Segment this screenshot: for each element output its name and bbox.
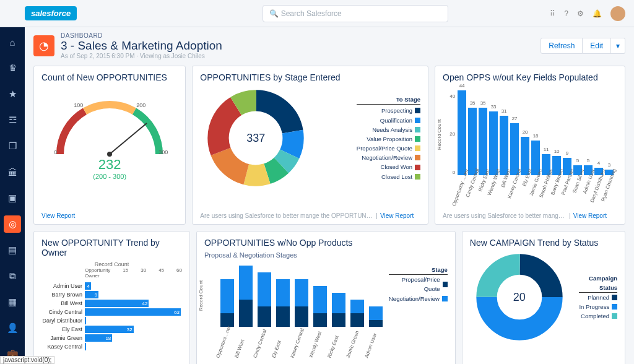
refresh-button[interactable]: Refresh xyxy=(541,38,583,54)
bar: 44 xyxy=(458,90,466,175)
card-new-opportunities: Count of New OPPORTUNITIES 0 100 200 300 xyxy=(33,66,186,225)
legend-item: Needs Analysis xyxy=(357,125,420,134)
hbar-row: Ely East32 xyxy=(41,326,182,333)
card-campaign-trend: New CAMPAIGN Trend by Status 20 Campaign… xyxy=(462,231,625,364)
gauge-tick: 100 xyxy=(74,102,83,108)
gauge-tick: 300 xyxy=(158,149,168,155)
search-placeholder: Search Salesforce xyxy=(281,9,342,18)
x-axis-label: Record Count xyxy=(41,261,182,267)
app-launcher-icon[interactable]: ⠿ xyxy=(550,9,555,18)
stacked-bar xyxy=(369,306,383,327)
nav-home-icon[interactable]: ⌂ xyxy=(4,33,21,51)
bar: 33 xyxy=(489,111,498,175)
nav-feed-icon[interactable]: ⧉ xyxy=(4,267,21,285)
nav-calendar-icon[interactable]: ▦ xyxy=(4,293,21,311)
svg-point-1 xyxy=(107,152,112,157)
stacked-bar xyxy=(220,279,234,327)
help-icon[interactable]: ? xyxy=(564,9,568,18)
hbar-row: Kasey Central xyxy=(41,343,182,350)
hbar-row: Cindy Central63 xyxy=(41,308,182,316)
bar-chart: Record Count 0 20 40 4435353331272018111… xyxy=(443,89,617,175)
view-report-link[interactable]: View Report xyxy=(41,212,75,219)
user-avatar[interactable] xyxy=(610,6,625,21)
legend-title: Campaign Status xyxy=(579,274,617,293)
card-footer-text: Are users using Salesforce to better man… xyxy=(200,212,373,219)
nav-files-icon[interactable]: ❐ xyxy=(4,137,21,155)
legend-item: Completed xyxy=(579,311,617,321)
page-title: 3 - Sales & Marketing Adoption xyxy=(61,39,222,53)
nav-user-icon[interactable]: 👤 xyxy=(4,319,21,337)
card-no-opp-products: OPPORTUNITIES w/No Opp Products Proposal… xyxy=(196,231,456,364)
bar: 35 xyxy=(468,108,477,175)
notifications-bell-icon[interactable]: 🔔 xyxy=(593,9,602,18)
stacked-bar xyxy=(350,300,364,327)
legend-item: Closed Won xyxy=(357,162,420,171)
hbar-row: Barry Brown9 xyxy=(41,291,182,298)
stacked-bar-chart: Record Count Opportuni…nerBill WestCindy… xyxy=(204,259,383,327)
donut-center: 20 xyxy=(513,291,526,304)
nav-report-icon[interactable]: ▤ xyxy=(4,241,21,259)
legend-title: To Stage xyxy=(357,95,420,105)
svg-line-0 xyxy=(110,123,147,154)
stacked-bar xyxy=(239,266,253,327)
header-eyebrow: DASHBOARD xyxy=(61,32,222,39)
view-report-link[interactable]: View Report xyxy=(573,212,607,219)
search-icon: 🔍 xyxy=(269,9,279,18)
card-stage-entered: OPPORTUNITIES by Stage Entered 337 xyxy=(192,66,428,225)
dashboard-gauge-icon: ◔ xyxy=(33,35,54,56)
header-meta: As of Sep 2, 2015 6:30 PM · Viewing as J… xyxy=(61,53,222,59)
nav-dashboard-icon[interactable]: ◎ xyxy=(4,215,21,233)
gauge-range: (200 - 300) xyxy=(41,173,178,180)
bar: 35 xyxy=(479,108,487,175)
search-input[interactable]: 🔍 Search Salesforce xyxy=(263,5,448,22)
stacked-bar xyxy=(313,286,327,327)
legend-item: Value Proposition xyxy=(357,134,420,144)
donut-chart: 337 xyxy=(206,89,305,188)
more-menu-button[interactable]: ▾ xyxy=(611,38,625,54)
stacked-bar xyxy=(258,272,271,327)
card-footer-text: Are users using Salesforce to better man… xyxy=(443,212,567,219)
card-subtitle: Proposal & Negotiation Stages xyxy=(204,251,448,259)
card-title: New OPPORTUNITY Trend by Owner xyxy=(41,238,182,258)
bar: 27 xyxy=(510,123,519,175)
nav-contact-icon[interactable]: ▣ xyxy=(4,189,21,207)
nav-list-icon[interactable]: ☲ xyxy=(4,111,21,129)
nav-star-icon[interactable]: ★ xyxy=(4,85,21,103)
legend-item: Qualification xyxy=(357,116,420,125)
legend-item: Planned xyxy=(579,293,617,302)
legend-item: In Progress xyxy=(579,302,617,311)
legend-item: Prospecting xyxy=(357,106,420,115)
legend-title: Stage xyxy=(389,265,448,275)
view-report-link[interactable]: View Report xyxy=(380,212,414,219)
status-bar: javascript:void(0); xyxy=(0,356,54,364)
gauge-tick: 200 xyxy=(136,102,145,108)
legend-item: Closed Lost xyxy=(357,172,420,181)
legend-item: Negotiation/Review xyxy=(357,153,420,162)
card-title: Count of New OPPORTUNITIES xyxy=(41,72,178,82)
legend-item: Proposal/Price Quote xyxy=(357,144,420,153)
stacked-bar xyxy=(332,293,345,327)
legend-label: Opportunity Owner xyxy=(85,267,110,279)
left-nav: ⌂ ♛ ★ ☲ ❐ 🏛 ▣ ◎ ▤ ⧉ ▦ 👤 💼 xyxy=(0,27,25,364)
gauge-chart: 0 100 200 300 xyxy=(48,92,172,154)
card-title: OPPORTUNITIES by Stage Entered xyxy=(200,72,420,82)
donut-center: 337 xyxy=(246,132,265,145)
nav-crown-icon[interactable]: ♛ xyxy=(4,59,21,77)
card-trend-owner: New OPPORTUNITY Trend by Owner Record Co… xyxy=(33,231,190,364)
hbar-row: Daryl Distributor0 xyxy=(41,317,182,324)
setup-gear-icon[interactable]: ⚙ xyxy=(577,9,584,18)
legend-item: Proposal/Price Quote xyxy=(389,275,448,293)
y-axis-label: Record Count xyxy=(436,119,442,150)
hbar-row: Bill West42 xyxy=(41,300,182,307)
hbar-row: Jamie Green18 xyxy=(41,334,182,342)
hbar-row: Admin User4 xyxy=(41,282,182,290)
gauge-tick: 0 xyxy=(54,149,57,155)
nav-building-icon[interactable]: 🏛 xyxy=(4,163,21,181)
card-title: Open OPPS w/out Key Fields Populated xyxy=(443,72,617,82)
salesforce-logo[interactable]: salesforce xyxy=(25,6,77,20)
y-axis-label: Record Count xyxy=(198,280,204,311)
stacked-bar xyxy=(276,279,290,327)
edit-button[interactable]: Edit xyxy=(583,38,611,54)
legend-item: Negotiation/Review xyxy=(389,294,448,303)
donut-chart: 20 xyxy=(476,254,563,340)
